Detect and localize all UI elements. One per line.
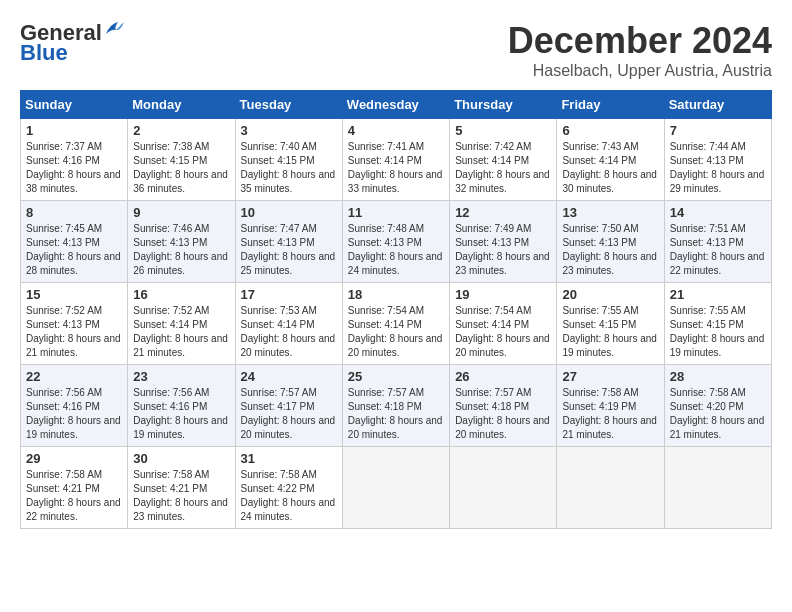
- day-info: Sunrise: 7:37 AM Sunset: 4:16 PM Dayligh…: [26, 141, 121, 194]
- day-info: Sunrise: 7:50 AM Sunset: 4:13 PM Dayligh…: [562, 223, 657, 276]
- day-number: 9: [133, 205, 229, 220]
- weekday-header-wednesday: Wednesday: [342, 91, 449, 119]
- day-info: Sunrise: 7:57 AM Sunset: 4:17 PM Dayligh…: [241, 387, 336, 440]
- month-year: December 2024: [508, 20, 772, 62]
- calendar-cell: 3 Sunrise: 7:40 AM Sunset: 4:15 PM Dayli…: [235, 119, 342, 201]
- calendar-week-row: 22 Sunrise: 7:56 AM Sunset: 4:16 PM Dayl…: [21, 365, 772, 447]
- calendar-cell: 18 Sunrise: 7:54 AM Sunset: 4:14 PM Dayl…: [342, 283, 449, 365]
- weekday-header-thursday: Thursday: [450, 91, 557, 119]
- calendar-header: SundayMondayTuesdayWednesdayThursdayFrid…: [21, 91, 772, 119]
- weekday-header-monday: Monday: [128, 91, 235, 119]
- calendar-cell: 25 Sunrise: 7:57 AM Sunset: 4:18 PM Dayl…: [342, 365, 449, 447]
- day-info: Sunrise: 7:47 AM Sunset: 4:13 PM Dayligh…: [241, 223, 336, 276]
- day-info: Sunrise: 7:57 AM Sunset: 4:18 PM Dayligh…: [348, 387, 443, 440]
- logo: General Blue: [20, 20, 126, 66]
- calendar-week-row: 8 Sunrise: 7:45 AM Sunset: 4:13 PM Dayli…: [21, 201, 772, 283]
- day-info: Sunrise: 7:48 AM Sunset: 4:13 PM Dayligh…: [348, 223, 443, 276]
- page-header: General Blue December 2024 Haselbach, Up…: [20, 20, 772, 80]
- calendar-cell: 16 Sunrise: 7:52 AM Sunset: 4:14 PM Dayl…: [128, 283, 235, 365]
- day-info: Sunrise: 7:54 AM Sunset: 4:14 PM Dayligh…: [455, 305, 550, 358]
- calendar-cell: 30 Sunrise: 7:58 AM Sunset: 4:21 PM Dayl…: [128, 447, 235, 529]
- day-info: Sunrise: 7:58 AM Sunset: 4:20 PM Dayligh…: [670, 387, 765, 440]
- day-number: 10: [241, 205, 337, 220]
- day-number: 1: [26, 123, 122, 138]
- calendar-cell: 20 Sunrise: 7:55 AM Sunset: 4:15 PM Dayl…: [557, 283, 664, 365]
- calendar-cell: 4 Sunrise: 7:41 AM Sunset: 4:14 PM Dayli…: [342, 119, 449, 201]
- day-number: 22: [26, 369, 122, 384]
- calendar-cell: 1 Sunrise: 7:37 AM Sunset: 4:16 PM Dayli…: [21, 119, 128, 201]
- day-info: Sunrise: 7:56 AM Sunset: 4:16 PM Dayligh…: [26, 387, 121, 440]
- day-info: Sunrise: 7:45 AM Sunset: 4:13 PM Dayligh…: [26, 223, 121, 276]
- calendar-cell: 10 Sunrise: 7:47 AM Sunset: 4:13 PM Dayl…: [235, 201, 342, 283]
- calendar-cell: 24 Sunrise: 7:57 AM Sunset: 4:17 PM Dayl…: [235, 365, 342, 447]
- weekday-header-tuesday: Tuesday: [235, 91, 342, 119]
- weekday-header-row: SundayMondayTuesdayWednesdayThursdayFrid…: [21, 91, 772, 119]
- calendar-cell: 11 Sunrise: 7:48 AM Sunset: 4:13 PM Dayl…: [342, 201, 449, 283]
- calendar-cell: 6 Sunrise: 7:43 AM Sunset: 4:14 PM Dayli…: [557, 119, 664, 201]
- day-number: 18: [348, 287, 444, 302]
- day-info: Sunrise: 7:53 AM Sunset: 4:14 PM Dayligh…: [241, 305, 336, 358]
- day-number: 26: [455, 369, 551, 384]
- day-number: 17: [241, 287, 337, 302]
- title-block: December 2024 Haselbach, Upper Austria, …: [508, 20, 772, 80]
- day-info: Sunrise: 7:46 AM Sunset: 4:13 PM Dayligh…: [133, 223, 228, 276]
- calendar-week-row: 1 Sunrise: 7:37 AM Sunset: 4:16 PM Dayli…: [21, 119, 772, 201]
- weekday-header-friday: Friday: [557, 91, 664, 119]
- day-number: 19: [455, 287, 551, 302]
- day-number: 29: [26, 451, 122, 466]
- calendar-cell: 19 Sunrise: 7:54 AM Sunset: 4:14 PM Dayl…: [450, 283, 557, 365]
- day-info: Sunrise: 7:52 AM Sunset: 4:13 PM Dayligh…: [26, 305, 121, 358]
- calendar-cell: 2 Sunrise: 7:38 AM Sunset: 4:15 PM Dayli…: [128, 119, 235, 201]
- day-number: 23: [133, 369, 229, 384]
- calendar-cell: 14 Sunrise: 7:51 AM Sunset: 4:13 PM Dayl…: [664, 201, 771, 283]
- calendar-cell: 9 Sunrise: 7:46 AM Sunset: 4:13 PM Dayli…: [128, 201, 235, 283]
- calendar-cell: 26 Sunrise: 7:57 AM Sunset: 4:18 PM Dayl…: [450, 365, 557, 447]
- day-number: 3: [241, 123, 337, 138]
- day-info: Sunrise: 7:57 AM Sunset: 4:18 PM Dayligh…: [455, 387, 550, 440]
- day-number: 11: [348, 205, 444, 220]
- logo-blue: Blue: [20, 40, 68, 66]
- calendar-cell: [664, 447, 771, 529]
- day-info: Sunrise: 7:58 AM Sunset: 4:21 PM Dayligh…: [133, 469, 228, 522]
- day-number: 14: [670, 205, 766, 220]
- weekday-header-sunday: Sunday: [21, 91, 128, 119]
- day-number: 12: [455, 205, 551, 220]
- calendar-cell: 22 Sunrise: 7:56 AM Sunset: 4:16 PM Dayl…: [21, 365, 128, 447]
- calendar-cell: 17 Sunrise: 7:53 AM Sunset: 4:14 PM Dayl…: [235, 283, 342, 365]
- calendar-cell: [557, 447, 664, 529]
- day-number: 27: [562, 369, 658, 384]
- day-number: 6: [562, 123, 658, 138]
- day-number: 2: [133, 123, 229, 138]
- day-number: 30: [133, 451, 229, 466]
- day-info: Sunrise: 7:41 AM Sunset: 4:14 PM Dayligh…: [348, 141, 443, 194]
- day-info: Sunrise: 7:49 AM Sunset: 4:13 PM Dayligh…: [455, 223, 550, 276]
- calendar-body: 1 Sunrise: 7:37 AM Sunset: 4:16 PM Dayli…: [21, 119, 772, 529]
- day-number: 25: [348, 369, 444, 384]
- calendar-cell: [342, 447, 449, 529]
- day-info: Sunrise: 7:56 AM Sunset: 4:16 PM Dayligh…: [133, 387, 228, 440]
- day-info: Sunrise: 7:38 AM Sunset: 4:15 PM Dayligh…: [133, 141, 228, 194]
- calendar-cell: 8 Sunrise: 7:45 AM Sunset: 4:13 PM Dayli…: [21, 201, 128, 283]
- calendar-cell: 13 Sunrise: 7:50 AM Sunset: 4:13 PM Dayl…: [557, 201, 664, 283]
- day-info: Sunrise: 7:42 AM Sunset: 4:14 PM Dayligh…: [455, 141, 550, 194]
- calendar-week-row: 15 Sunrise: 7:52 AM Sunset: 4:13 PM Dayl…: [21, 283, 772, 365]
- day-info: Sunrise: 7:40 AM Sunset: 4:15 PM Dayligh…: [241, 141, 336, 194]
- calendar-cell: 28 Sunrise: 7:58 AM Sunset: 4:20 PM Dayl…: [664, 365, 771, 447]
- weekday-header-saturday: Saturday: [664, 91, 771, 119]
- calendar-cell: 12 Sunrise: 7:49 AM Sunset: 4:13 PM Dayl…: [450, 201, 557, 283]
- calendar-cell: 27 Sunrise: 7:58 AM Sunset: 4:19 PM Dayl…: [557, 365, 664, 447]
- day-number: 28: [670, 369, 766, 384]
- day-number: 15: [26, 287, 122, 302]
- location: Haselbach, Upper Austria, Austria: [508, 62, 772, 80]
- calendar-cell: 21 Sunrise: 7:55 AM Sunset: 4:15 PM Dayl…: [664, 283, 771, 365]
- day-number: 31: [241, 451, 337, 466]
- day-info: Sunrise: 7:52 AM Sunset: 4:14 PM Dayligh…: [133, 305, 228, 358]
- day-number: 13: [562, 205, 658, 220]
- calendar-cell: 31 Sunrise: 7:58 AM Sunset: 4:22 PM Dayl…: [235, 447, 342, 529]
- calendar-cell: 29 Sunrise: 7:58 AM Sunset: 4:21 PM Dayl…: [21, 447, 128, 529]
- day-info: Sunrise: 7:54 AM Sunset: 4:14 PM Dayligh…: [348, 305, 443, 358]
- day-info: Sunrise: 7:58 AM Sunset: 4:19 PM Dayligh…: [562, 387, 657, 440]
- day-number: 21: [670, 287, 766, 302]
- day-info: Sunrise: 7:58 AM Sunset: 4:22 PM Dayligh…: [241, 469, 336, 522]
- day-number: 16: [133, 287, 229, 302]
